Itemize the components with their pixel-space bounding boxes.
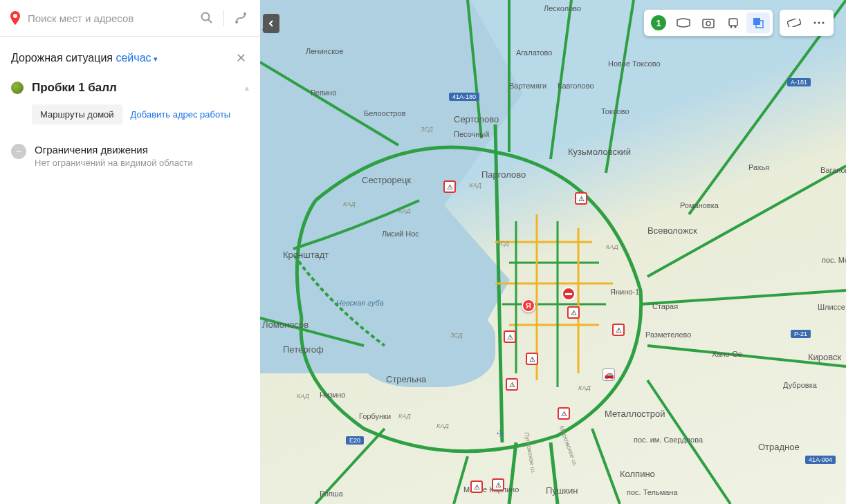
roadwork-marker-icon[interactable]: ⚠ (504, 330, 516, 343)
svg-point-3 (235, 21, 238, 24)
highway-badge: 41А-004 (805, 456, 836, 464)
svg-rect-10 (753, 18, 760, 25)
svg-point-1 (202, 13, 210, 21)
map-toolbar: 1 (644, 10, 834, 36)
airport-icon: ✈ (495, 427, 507, 440)
place-label: Кавголово (558, 82, 594, 90)
place-label: Ваганов (820, 166, 846, 174)
road-label: КАД (578, 384, 591, 391)
highway-badge: Е20 (346, 436, 364, 445)
divider (223, 10, 224, 26)
tools-toolbar (780, 10, 834, 36)
svg-rect-7 (729, 19, 737, 26)
roadwork-marker-icon[interactable]: ⚠ (567, 306, 580, 319)
highway-badge: Р-21 (791, 330, 811, 338)
search-bar (0, 0, 260, 37)
svg-point-4 (243, 12, 246, 15)
layers-toolbar: 1 (644, 10, 773, 36)
collapse-sidebar-button[interactable] (263, 14, 279, 33)
place-label: пос. Мор (822, 256, 846, 264)
traffic-score-badge: 1 (651, 15, 666, 30)
place-label: Кронштадт (283, 250, 329, 260)
map[interactable]: Лесколово Ленинское Агалатово Новое Токс… (260, 0, 846, 504)
place-label: Отрадное (758, 442, 800, 452)
place-label: Новое Токсово (608, 59, 661, 68)
place-label: пос. им. Свердлова (634, 436, 703, 444)
svg-point-15 (822, 22, 825, 24)
place-label: Песочный (454, 130, 489, 138)
home-routes-button[interactable]: Маршруты домой (32, 104, 122, 124)
place-label: Парголово (481, 169, 526, 180)
roadwork-marker-icon[interactable]: ⚠ (526, 353, 538, 365)
place-label: Лисий Нос (382, 230, 419, 238)
transport-layer-button[interactable] (721, 12, 745, 33)
accident-marker-icon[interactable]: 🚗 (603, 368, 615, 381)
traffic-layer-button[interactable]: 1 (647, 12, 670, 33)
place-label: Шлиссе (818, 303, 845, 311)
svg-point-13 (814, 22, 816, 24)
road-label: КАД (436, 422, 449, 429)
panel-title: Дорожная ситуация сейчас (11, 52, 158, 64)
yandex-logo-marker-icon[interactable]: Я (522, 299, 535, 312)
restrictions-text: Ограничения движения Нет ограничений на … (35, 144, 193, 168)
place-label: Ропша (320, 489, 343, 498)
place-label: Янино-1 (610, 288, 639, 296)
more-menu-button[interactable] (807, 12, 831, 33)
place-label: Ленинское (306, 47, 343, 55)
panorama-layer-button[interactable] (672, 12, 695, 33)
water-label: Невская губа (336, 299, 384, 307)
ruler-button[interactable] (782, 12, 806, 33)
noentry-marker-icon[interactable] (562, 287, 576, 301)
route-icon[interactable] (230, 7, 252, 29)
place-label: Разметелево (645, 330, 691, 339)
road-label: КАД (606, 243, 618, 250)
place-label: Сертолово (454, 114, 499, 124)
roadwork-marker-icon[interactable]: ⚠ (612, 324, 625, 336)
highway-badge: А-181 (787, 78, 811, 86)
place-label: Хапо-Ое (712, 350, 742, 358)
road-label: КАД (398, 413, 411, 420)
svg-point-0 (13, 14, 17, 18)
place-label: Лесколово (544, 4, 581, 12)
search-icon[interactable] (196, 7, 218, 29)
roadwork-marker-icon[interactable]: ⚠ (492, 478, 504, 491)
place-label: Ломоносов (262, 319, 309, 330)
traffic-header[interactable]: Пробки 1 балл ▴ (11, 81, 249, 95)
roadwork-marker-icon[interactable]: ⚠ (470, 480, 483, 493)
place-label: Петергоф (283, 344, 324, 355)
roadwork-marker-icon[interactable]: ⚠ (575, 192, 587, 205)
place-label: Кировск (808, 352, 841, 362)
svg-point-14 (818, 22, 820, 24)
road-network (260, 0, 846, 504)
add-work-address-link[interactable]: Добавить адрес работы (131, 109, 231, 120)
photo-layer-button[interactable] (697, 12, 720, 33)
restrictions-block: − Ограничения движения Нет ограничений н… (0, 134, 260, 178)
panel-title-text: Дорожная ситуация (11, 52, 113, 64)
place-label: Сестрорецк (362, 175, 411, 185)
map-type-button[interactable] (746, 12, 770, 33)
place-label: Романовка (680, 201, 719, 209)
time-selector[interactable]: сейчас (116, 52, 157, 64)
place-label: Колпино (620, 469, 655, 479)
traffic-actions: Маршруты домой Добавить адрес работы (32, 104, 249, 124)
location-pin-icon (8, 11, 22, 25)
restriction-minus-icon: − (11, 144, 26, 159)
place-label: пос. Тельмана (627, 488, 678, 496)
place-label: Горбунки (359, 412, 391, 420)
traffic-block: Пробки 1 балл ▴ Маршруты домой Добавить … (0, 75, 260, 134)
road-label: КАД (343, 200, 356, 207)
roadwork-marker-icon[interactable]: ⚠ (506, 378, 518, 391)
svg-point-6 (706, 21, 710, 26)
close-icon[interactable]: ✕ (233, 48, 249, 68)
place-label: Пушкин (546, 485, 578, 496)
sidebar: Дорожная ситуация сейчас ✕ Пробки 1 балл… (0, 0, 260, 504)
road-label: КАД (398, 207, 411, 214)
search-input[interactable] (28, 12, 190, 24)
place-label: Репино (311, 88, 336, 97)
roadwork-marker-icon[interactable]: ⚠ (443, 180, 456, 193)
place-label: Всеволожск (647, 225, 697, 236)
highway-badge: 41А-180 (449, 93, 479, 101)
roadwork-marker-icon[interactable]: ⚠ (558, 407, 570, 420)
svg-line-2 (208, 19, 212, 23)
traffic-label: Пробки 1 балл (32, 81, 237, 95)
